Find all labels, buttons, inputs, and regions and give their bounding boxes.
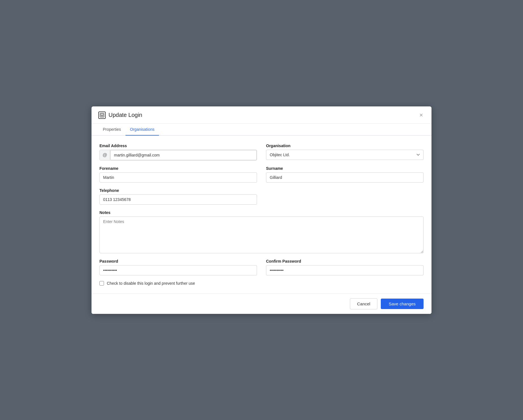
row-passwords: Password Confirm Password [99,259,424,275]
organisation-select[interactable]: Objitec Ltd. Other Org [266,150,424,160]
surname-label: Surname [266,166,424,171]
password-input[interactable] [99,265,257,275]
row-notes: Notes [99,210,424,253]
save-button[interactable]: Save changes [381,299,424,309]
tabs-bar: Properties Organisations [92,124,431,136]
modal-title-text: Update Login [109,112,142,118]
confirm-password-label: Confirm Password [266,259,424,263]
password-group: Password [99,259,257,275]
row-forename-surname: Forename Surname [99,166,424,183]
email-input-wrapper: @ [99,150,257,160]
password-label: Password [99,259,257,263]
forename-input[interactable] [99,172,257,183]
forename-group: Forename [99,166,257,183]
notes-textarea[interactable] [99,217,424,253]
update-login-modal: Update Login × Properties Organisations … [92,106,431,314]
email-input[interactable] [110,150,257,160]
modal-header: Update Login × [92,106,431,124]
modal-body: Email Address @ Organisation Objitec Ltd… [92,136,431,293]
at-icon: @ [100,150,110,160]
svg-rect-2 [101,115,103,116]
disable-checkbox-row: Check to disable this login and prevent … [99,281,424,286]
email-group: Email Address @ [99,143,257,160]
tab-properties[interactable]: Properties [98,124,126,136]
modal-footer: Cancel Save changes [92,293,431,314]
row-email-org: Email Address @ Organisation Objitec Ltd… [99,143,424,160]
telephone-label: Telephone [99,188,257,193]
telephone-group: Telephone [99,188,257,205]
confirm-password-input[interactable] [266,265,424,275]
disable-login-checkbox[interactable] [99,281,104,286]
surname-input[interactable] [266,172,424,183]
telephone-input[interactable] [99,194,257,205]
modal-title: Update Login [98,112,142,119]
row-telephone: Telephone [99,188,424,205]
login-icon [98,112,106,119]
notes-group: Notes [99,210,424,253]
confirm-password-group: Confirm Password [266,259,424,275]
organisation-label: Organisation [266,143,424,148]
svg-rect-0 [100,113,104,117]
svg-rect-1 [101,114,103,115]
forename-label: Forename [99,166,257,171]
organisation-group: Organisation Objitec Ltd. Other Org [266,143,424,160]
tab-organisations[interactable]: Organisations [126,124,159,136]
surname-group: Surname [266,166,424,183]
notes-label: Notes [99,210,424,215]
cancel-button[interactable]: Cancel [350,298,377,309]
close-button[interactable]: × [418,112,425,119]
modal-overlay: Update Login × Properties Organisations … [0,0,523,420]
disable-login-label: Check to disable this login and prevent … [107,281,195,286]
email-label: Email Address [99,143,257,148]
